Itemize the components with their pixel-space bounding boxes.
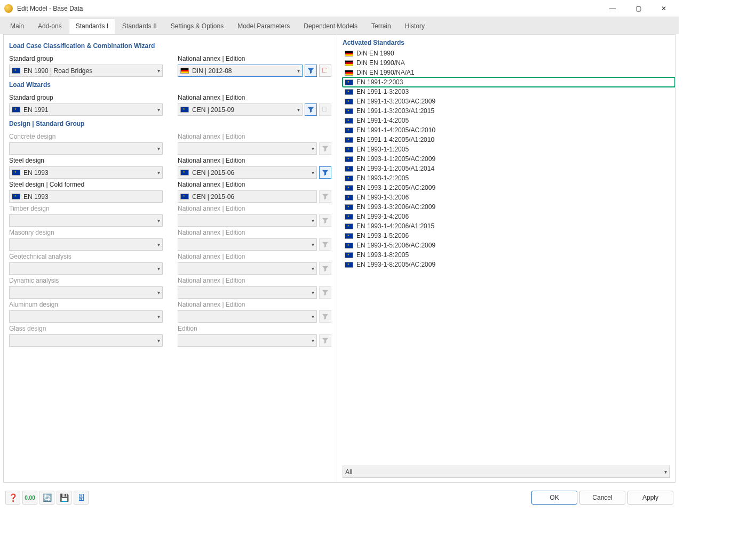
activated-item[interactable]: EN 1993-1-1:2005 bbox=[343, 145, 675, 154]
activated-standards-title: Activated Standards bbox=[337, 35, 675, 49]
chevron-down-icon: ▾ bbox=[157, 314, 160, 319]
activated-item[interactable]: DIN EN 1990 bbox=[343, 49, 675, 58]
activated-item[interactable]: EN 1991-1-4:2005/AC:2010 bbox=[343, 125, 675, 135]
refresh-button[interactable]: 🔄 bbox=[39, 491, 54, 505]
design-annex-select: ▾ bbox=[178, 214, 317, 227]
tab-terrain[interactable]: Terrain bbox=[364, 19, 398, 34]
class-standard-group-select[interactable]: EN 1990 | Road Bridges ▾ bbox=[9, 65, 163, 77]
activated-item[interactable]: EN 1993-1-4:2006 bbox=[343, 212, 675, 221]
activated-item[interactable]: EN 1991-1-3:2003 bbox=[343, 87, 675, 97]
design-label: Steel design bbox=[9, 155, 163, 165]
activated-item[interactable]: EN 1993-1-5:2006/AC:2009 bbox=[343, 241, 675, 250]
eu-flag-icon bbox=[345, 233, 353, 239]
design-standard-select[interactable]: EN 1993▾ bbox=[9, 166, 163, 179]
design-annex-label: National annex | Edition bbox=[178, 179, 331, 189]
activated-item[interactable]: EN 1991-2:2003 bbox=[343, 77, 675, 87]
units-button[interactable]: 0.00 bbox=[22, 491, 37, 505]
db-button[interactable]: 🗄 bbox=[74, 491, 89, 505]
chevron-down-icon: ▾ bbox=[312, 338, 314, 343]
activated-filter-select[interactable]: All ▾ bbox=[343, 466, 670, 478]
activated-item[interactable]: EN 1991-1-3:2003/A1:2015 bbox=[343, 106, 675, 116]
edit-button[interactable] bbox=[319, 65, 331, 77]
tab-dependent-models[interactable]: Dependent Models bbox=[297, 19, 364, 34]
tab-add-ons[interactable]: Add-ons bbox=[31, 19, 69, 34]
activated-item[interactable]: EN 1993-1-1:2005/A1:2014 bbox=[343, 164, 675, 173]
minimize-button[interactable]: — bbox=[602, 1, 623, 16]
eu-flag-icon bbox=[345, 89, 353, 95]
activated-item[interactable]: EN 1993-1-1:2005/AC:2009 bbox=[343, 154, 675, 164]
design-label: Timber design bbox=[9, 203, 163, 213]
cancel-button[interactable]: Cancel bbox=[579, 491, 625, 505]
eu-flag-icon bbox=[345, 108, 353, 114]
design-annex-label: National annex | Edition bbox=[178, 203, 331, 213]
filter-button bbox=[319, 262, 331, 275]
design-annex-select: CEN | 2015-06 bbox=[178, 190, 317, 203]
tab-standards-ii[interactable]: Standards II bbox=[115, 19, 164, 34]
tab-main[interactable]: Main bbox=[3, 19, 31, 34]
save-button[interactable]: 💾 bbox=[57, 491, 71, 505]
design-label: Aluminum design bbox=[9, 299, 163, 309]
eu-flag-icon bbox=[345, 156, 353, 162]
activated-item[interactable]: EN 1993-1-3:2006 bbox=[343, 193, 675, 202]
eu-flag-icon bbox=[180, 107, 189, 113]
design-label: Steel design | Cold formed bbox=[9, 179, 163, 189]
titlebar: Edit Model - Base Data — ▢ ✕ bbox=[0, 0, 679, 17]
activated-item[interactable]: EN 1991-1-3:2003/AC:2009 bbox=[343, 97, 675, 106]
chevron-down-icon: ▾ bbox=[664, 469, 667, 475]
section-title-wizards: Load Wizards bbox=[9, 78, 331, 91]
activated-item[interactable]: EN 1991-1-4:2005/A1:2010 bbox=[343, 135, 675, 145]
section-title-design: Design | Standard Group bbox=[9, 117, 331, 130]
chevron-down-icon: ▾ bbox=[157, 290, 160, 295]
tab-standards-i[interactable]: Standards I bbox=[69, 19, 115, 34]
filter-button bbox=[319, 142, 331, 155]
chevron-down-icon: ▾ bbox=[157, 146, 160, 151]
tab-settings-options[interactable]: Settings & Options bbox=[164, 19, 231, 34]
design-annex-select[interactable]: CEN | 2015-06▾ bbox=[178, 166, 317, 179]
chevron-down-icon: ▾ bbox=[312, 146, 314, 151]
design-standard-select: ▾ bbox=[9, 334, 163, 347]
wizard-annex-select[interactable]: CEN | 2015-09 ▾ bbox=[178, 103, 303, 116]
design-standard-select: ▾ bbox=[9, 310, 163, 323]
design-annex-select: ▾ bbox=[178, 238, 317, 251]
de-flag-icon bbox=[180, 68, 189, 74]
eu-flag-icon bbox=[345, 175, 353, 181]
design-standard-select: EN 1993 bbox=[9, 190, 163, 203]
filter-button[interactable] bbox=[319, 166, 331, 179]
eu-flag-icon bbox=[345, 262, 353, 268]
eu-flag-icon bbox=[345, 79, 353, 85]
design-label: Masonry design bbox=[9, 227, 163, 237]
help-button[interactable]: ❓ bbox=[5, 491, 20, 505]
filter-button[interactable] bbox=[305, 103, 317, 116]
activated-item[interactable]: EN 1991-1-4:2005 bbox=[343, 116, 675, 125]
activated-item[interactable]: EN 1993-1-5:2006 bbox=[343, 231, 675, 241]
activated-item[interactable]: EN 1993-1-8:2005 bbox=[343, 250, 675, 260]
chevron-down-icon: ▾ bbox=[312, 266, 314, 271]
filter-button[interactable] bbox=[305, 65, 317, 77]
activated-item[interactable]: EN 1993-1-2:2005/AC:2009 bbox=[343, 183, 675, 193]
chevron-down-icon: ▾ bbox=[312, 170, 314, 175]
activated-item[interactable]: EN 1993-1-3:2006/AC:2009 bbox=[343, 202, 675, 212]
tab-history[interactable]: History bbox=[398, 19, 432, 34]
maximize-button[interactable]: ▢ bbox=[627, 1, 649, 16]
activated-item[interactable]: EN 1993-1-2:2005 bbox=[343, 173, 675, 183]
activated-item[interactable]: EN 1993-1-4:2006/A1:2015 bbox=[343, 221, 675, 231]
chevron-down-icon: ▾ bbox=[157, 107, 160, 113]
activated-item[interactable]: DIN EN 1990/NA bbox=[343, 58, 675, 68]
label-annex: National annex | Edition bbox=[178, 92, 331, 102]
class-annex-select[interactable]: DIN | 2012-08 ▾ bbox=[178, 65, 303, 77]
design-annex-label: National annex | Edition bbox=[178, 155, 331, 165]
ok-button[interactable]: OK bbox=[531, 491, 577, 505]
filter-button bbox=[319, 238, 331, 251]
design-annex-label: National annex | Edition bbox=[178, 299, 331, 309]
apply-button[interactable]: Apply bbox=[627, 491, 673, 505]
wizard-standard-group-select[interactable]: EN 1991 ▾ bbox=[9, 103, 163, 116]
design-annex-label: National annex | Edition bbox=[178, 227, 331, 237]
design-annex-label: National annex | Edition bbox=[178, 251, 331, 261]
eu-flag-icon bbox=[345, 252, 353, 258]
activated-item[interactable]: EN 1993-1-8:2005/AC:2009 bbox=[343, 260, 675, 269]
activated-item[interactable]: DIN EN 1990/NA/A1 bbox=[343, 68, 675, 77]
eu-flag-icon bbox=[12, 170, 20, 175]
tab-model-parameters[interactable]: Model Parameters bbox=[231, 19, 297, 34]
chevron-down-icon: ▾ bbox=[157, 338, 160, 343]
close-button[interactable]: ✕ bbox=[653, 1, 674, 16]
